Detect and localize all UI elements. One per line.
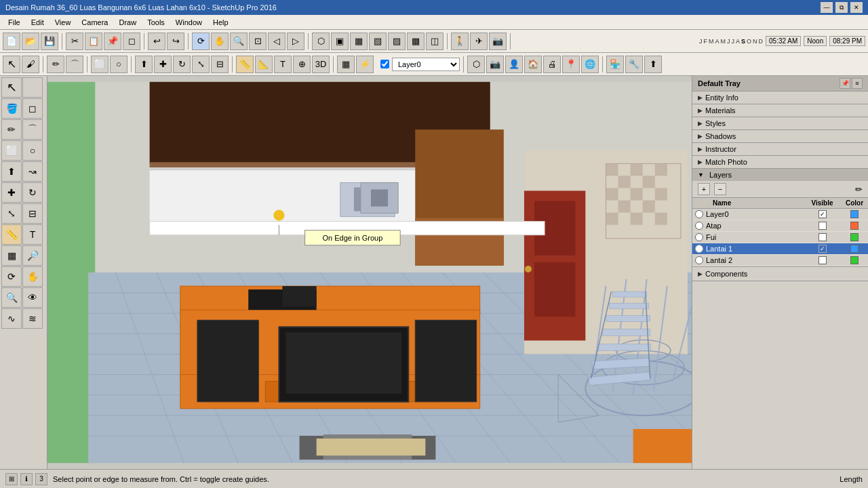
new-button[interactable]: 📄: [3, 33, 20, 50]
paint-bucket-tool[interactable]: 🪣: [1, 98, 22, 119]
position-camera-button[interactable]: 📷: [489, 33, 507, 50]
zoom-button[interactable]: 🔍: [230, 33, 248, 50]
push-pull-tool[interactable]: ⬆: [135, 56, 153, 73]
atap-visible[interactable]: [804, 222, 841, 230]
add-location-tool[interactable]: 📍: [562, 56, 580, 73]
circle-left-tool[interactable]: ○: [22, 140, 43, 161]
offset-left-tool[interactable]: ⊟: [22, 203, 43, 224]
delete-layer-button[interactable]: −: [714, 183, 726, 195]
minimize-button[interactable]: —: [821, 2, 833, 13]
geo-tool[interactable]: 🌐: [581, 56, 599, 73]
eraser-tool[interactable]: ◻: [22, 98, 43, 119]
prev-view-button[interactable]: ◁: [268, 33, 285, 50]
zoom-left-tool[interactable]: 🔍: [1, 287, 22, 308]
save-button[interactable]: 💾: [41, 33, 58, 50]
move-tool[interactable]: ✚: [154, 56, 172, 73]
lantai1-radio[interactable]: [695, 245, 703, 253]
undo-button[interactable]: ↩: [148, 33, 165, 50]
instructor-row[interactable]: ▶ Instructor: [692, 143, 868, 155]
circle-tool[interactable]: ○: [110, 56, 127, 73]
left-view-button[interactable]: ▩: [407, 33, 425, 50]
tape-tool[interactable]: 📏: [236, 56, 254, 73]
offset-tool[interactable]: ⊟: [211, 56, 229, 73]
top-view-button[interactable]: ▣: [331, 33, 349, 50]
zoom-extents-button[interactable]: ⊡: [249, 33, 267, 50]
layer-row-atap[interactable]: Atap: [692, 220, 868, 232]
layer0-visible[interactable]: ✓: [804, 210, 841, 218]
layer-dropdown[interactable]: Layer0: [392, 58, 460, 71]
cut-button[interactable]: ✂: [66, 33, 83, 50]
match-photo-row[interactable]: ▶ Match Photo: [692, 156, 868, 168]
layer0-radio[interactable]: [695, 210, 703, 218]
move-left-tool[interactable]: ✚: [1, 182, 22, 203]
sandbox-tool[interactable]: ∿: [1, 308, 22, 329]
walk2-tool[interactable]: 👤: [505, 56, 523, 73]
axes-tool[interactable]: ⊕: [293, 56, 311, 73]
components-section[interactable]: ▶ Components: [692, 267, 868, 281]
paste-button[interactable]: 📌: [104, 33, 121, 50]
share-tool[interactable]: ⬆: [644, 56, 662, 73]
section-cut-tool[interactable]: ▦: [337, 56, 355, 73]
layer-row-fui[interactable]: Fui: [692, 232, 868, 243]
3d-viewport[interactable]: On Edge in Group: [47, 76, 692, 469]
fui-radio[interactable]: [695, 233, 703, 241]
interact-left-tool[interactable]: 🔎: [22, 245, 43, 266]
select-tool-left[interactable]: ↖: [1, 77, 22, 98]
component-tool[interactable]: ⬡: [467, 56, 485, 73]
3d-text-tool[interactable]: 3D: [312, 56, 330, 73]
rotate-tool[interactable]: ↻: [173, 56, 191, 73]
orbit-left-tool[interactable]: ⟳: [1, 266, 22, 287]
tape-left-tool[interactable]: 📏: [1, 224, 22, 245]
menu-tools[interactable]: Tools: [142, 17, 170, 28]
line-tool[interactable]: ✏: [47, 56, 64, 73]
push-left-tool[interactable]: ⬆: [1, 161, 22, 182]
status-icon-1[interactable]: ⊞: [5, 473, 18, 485]
menu-help[interactable]: Help: [208, 17, 234, 28]
fui-checkbox[interactable]: [818, 233, 827, 241]
warehouse-tool[interactable]: 🏪: [606, 56, 624, 73]
add-layer-button[interactable]: +: [698, 183, 710, 195]
text-left-tool[interactable]: T: [22, 224, 43, 245]
next-view-button[interactable]: ▷: [287, 33, 304, 50]
paint-tool[interactable]: 🖌: [22, 56, 39, 73]
redo-button[interactable]: ↪: [167, 33, 184, 50]
protractor-tool[interactable]: 📐: [255, 56, 273, 73]
pan-left-tool[interactable]: ✋: [22, 266, 43, 287]
tray-pin-button[interactable]: 📌: [840, 78, 850, 89]
walkthrough-button[interactable]: 🚶: [451, 33, 469, 50]
layer-row-lantai1[interactable]: Lantai 1 ✓: [692, 243, 868, 255]
layer0-checkbox[interactable]: ✓: [818, 210, 827, 218]
atap-checkbox[interactable]: [818, 222, 827, 230]
open-button[interactable]: 📂: [22, 33, 39, 50]
fui-visible[interactable]: [804, 233, 841, 241]
shadows-row[interactable]: ▶ Shadows: [692, 130, 868, 142]
status-icon-3d[interactable]: 3: [35, 473, 47, 485]
home-tool[interactable]: 🏠: [524, 56, 542, 73]
menu-draw[interactable]: Draw: [113, 17, 142, 28]
entity-info-row[interactable]: ▶ Entity Info: [692, 92, 868, 104]
window-controls[interactable]: — ⧉ ✕: [821, 2, 863, 13]
scale-left-tool[interactable]: ⤡: [1, 203, 22, 224]
extension-tool[interactable]: 🔧: [625, 56, 643, 73]
back-view-button[interactable]: ▨: [388, 33, 406, 50]
sandbox2-tool[interactable]: ≋: [22, 308, 43, 329]
lantai1-checkbox[interactable]: ✓: [818, 245, 827, 253]
select-tool[interactable]: ↖: [3, 56, 20, 73]
layer-row-layer0[interactable]: Layer0 ✓: [692, 209, 868, 220]
lantai2-radio[interactable]: [695, 256, 703, 264]
lantai2-checkbox[interactable]: [818, 256, 827, 264]
materials-row[interactable]: ▶ Materials: [692, 104, 868, 117]
styles-row[interactable]: ▶ Styles: [692, 117, 868, 129]
menu-camera[interactable]: Camera: [76, 17, 113, 28]
rectangle-tool[interactable]: ⬜: [91, 56, 108, 73]
iso-view-button[interactable]: ⬡: [312, 33, 330, 50]
print-tool[interactable]: 🖨: [543, 56, 561, 73]
pan-button[interactable]: ✋: [211, 33, 229, 50]
arc-left-tool[interactable]: ⌒: [22, 119, 43, 140]
fly-button[interactable]: ✈: [470, 33, 488, 50]
tray-menu-button[interactable]: ≡: [852, 78, 863, 89]
status-icon-info[interactable]: ℹ: [20, 473, 33, 485]
menu-file[interactable]: File: [3, 17, 26, 28]
menu-window[interactable]: Window: [170, 17, 208, 28]
rotate-left-tool[interactable]: ↻: [22, 182, 43, 203]
